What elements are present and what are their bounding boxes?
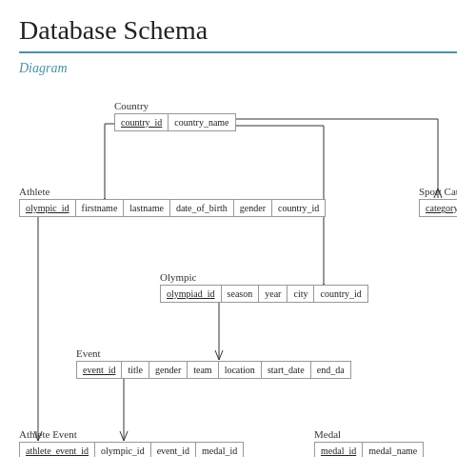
table-row: category_i... [419, 199, 457, 217]
cell: medal_id [196, 443, 243, 457]
diagram-label: Diagram [19, 61, 457, 76]
cell: gender [149, 362, 188, 378]
table-sport-category: Sport Categ... category_i... [419, 186, 457, 217]
cell: city [288, 286, 314, 302]
table-olympic-label: Olympic [160, 271, 368, 283]
cell: date_of_birth [170, 200, 234, 216]
table-row: country_id country_name [114, 113, 236, 131]
table-country-label: Country [114, 100, 236, 111]
cell: lastname [124, 200, 170, 216]
cell: olympic_id [20, 200, 76, 216]
page-title: Database Schema [19, 15, 457, 53]
cell: country_id [272, 200, 325, 216]
cell: event_id [77, 362, 122, 378]
cell: country_id [115, 114, 169, 130]
table-event-label: Event [76, 347, 351, 359]
cell: season [222, 286, 260, 302]
table-event: Event event_id title gender team locatio… [76, 347, 351, 379]
cell: firstname [76, 200, 125, 216]
diagram-area: Country country_id country_name Athlete … [19, 86, 457, 457]
cell: end_da [311, 362, 350, 378]
cell: olympic_id [95, 443, 151, 457]
table-athlete-event-label: Athlete Event [19, 428, 244, 440]
cell: country_name [169, 114, 234, 130]
cell: country_id [314, 286, 367, 302]
cell: medal_name [363, 443, 423, 457]
cell: athlete_event_id [20, 443, 95, 457]
table-athlete-event: Athlete Event athlete_event_id olympic_i… [19, 428, 244, 457]
cell: year [259, 286, 288, 302]
cell: event_id [151, 443, 196, 457]
table-athlete-label: Athlete [19, 186, 326, 197]
cell: location [219, 362, 262, 378]
table-olympic: Olympic olympiad_id season year city cou… [160, 271, 368, 303]
table-sport-category-label: Sport Categ... [419, 186, 457, 197]
table-row: olympic_id firstname lastname date_of_bi… [19, 199, 326, 217]
table-row: event_id title gender team location star… [76, 361, 351, 379]
cell: olympiad_id [161, 286, 222, 302]
cell: gender [234, 200, 272, 216]
table-row: medal_id medal_name [314, 442, 424, 457]
cell: team [188, 362, 218, 378]
cell: category_i... [420, 200, 457, 216]
table-row: olympiad_id season year city country_id [160, 285, 368, 303]
page: Database Schema Diagram [0, 0, 476, 472]
cell: title [122, 362, 149, 378]
cell: start_date [262, 362, 311, 378]
table-athlete: Athlete olympic_id firstname lastname da… [19, 186, 326, 217]
cell: medal_id [315, 443, 363, 457]
table-country: Country country_id country_name [114, 100, 236, 131]
table-row: athlete_event_id olympic_id event_id med… [19, 442, 244, 457]
table-medal-label: Medal [314, 428, 424, 440]
table-medal: Medal medal_id medal_name [314, 428, 424, 457]
